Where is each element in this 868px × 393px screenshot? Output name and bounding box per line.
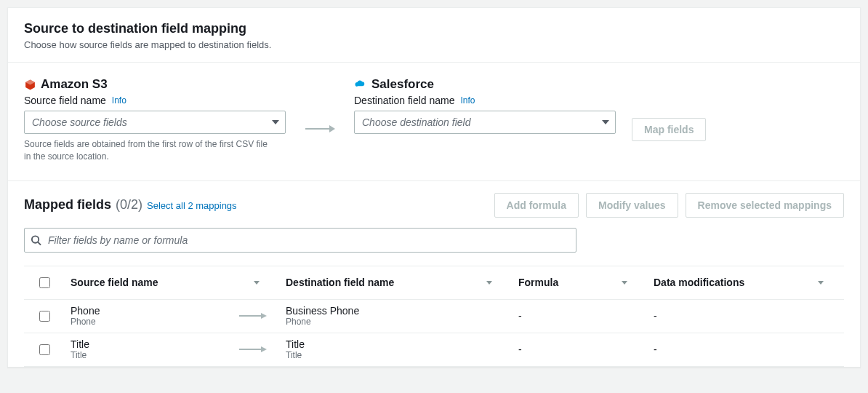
mappings-table: Source field name Destination field name… (24, 266, 844, 367)
svg-point-2 (32, 236, 39, 242)
source-block: Amazon S3 Source field name Info Choose … (24, 77, 286, 163)
svg-marker-7 (261, 346, 267, 352)
mapped-header: Mapped fields (0/2) Select all 2 mapping… (24, 193, 844, 218)
select-all-checkbox[interactable] (39, 277, 50, 288)
mapping-arrow (286, 77, 354, 134)
destination-block: Salesforce Destination field name Info C… (354, 77, 616, 134)
sort-icon[interactable] (486, 281, 492, 285)
mapped-fields-section: Mapped fields (0/2) Select all 2 mapping… (8, 181, 860, 367)
destination-service-title: Salesforce (354, 77, 616, 92)
row-mods: - (654, 310, 657, 322)
add-formula-button[interactable]: Add formula (494, 193, 579, 218)
header-destination: Destination field name (286, 277, 394, 288)
search-icon (31, 234, 41, 245)
filter-input[interactable] (24, 228, 576, 253)
arrow-right-icon (239, 346, 267, 353)
row-checkbox[interactable] (39, 311, 50, 322)
mapped-count: (0/2) (116, 197, 142, 213)
arrow-right-icon (305, 124, 335, 134)
filter-wrap (24, 228, 576, 253)
source-select-placeholder: Choose source fields (32, 116, 127, 128)
mapped-actions: Add formula Modify values Remove selecte… (494, 193, 844, 218)
table-header-row: Source field name Destination field name… (24, 266, 844, 300)
modify-values-button[interactable]: Modify values (586, 193, 678, 218)
s3-icon (24, 79, 36, 91)
chevron-down-icon (602, 120, 609, 124)
source-field-select[interactable]: Choose source fields (24, 111, 286, 134)
sort-icon[interactable] (254, 281, 260, 285)
destination-info-link[interactable]: Info (461, 95, 475, 106)
mapping-row: Amazon S3 Source field name Info Choose … (8, 63, 860, 181)
destination-select-placeholder: Choose destination field (362, 116, 470, 128)
row-formula: - (518, 344, 522, 355)
select-all-link[interactable]: Select all 2 mappings (147, 200, 237, 211)
row-mods: - (654, 344, 657, 355)
arrow-right-icon (239, 312, 267, 319)
panel-title: Source to destination field mapping (24, 21, 844, 36)
table-row: Title Title Title Title - - (24, 333, 844, 367)
source-service-title: Amazon S3 (24, 77, 286, 92)
row-dest-sub: Title (286, 350, 507, 360)
source-field-label: Source field name (24, 95, 106, 106)
source-info-link[interactable]: Info (112, 95, 126, 106)
svg-marker-1 (329, 125, 335, 132)
source-helper-text: Source fields are obtained from the firs… (24, 138, 271, 163)
header-mods: Data modifications (654, 277, 744, 288)
destination-field-label: Destination field name (354, 95, 455, 106)
panel-subtitle: Choose how source fields are mapped to d… (24, 39, 844, 50)
destination-field-select[interactable]: Choose destination field (354, 111, 616, 134)
map-fields-button[interactable]: Map fields (632, 118, 706, 141)
row-formula: - (518, 310, 522, 322)
table-row: Phone Phone Business Phone Phone - - (24, 300, 844, 333)
destination-service-name: Salesforce (371, 77, 434, 92)
map-button-block: Map fields (616, 77, 706, 141)
chevron-down-icon (272, 120, 279, 124)
svg-marker-5 (261, 313, 267, 319)
salesforce-icon (354, 79, 367, 90)
svg-line-3 (38, 242, 41, 245)
remove-mappings-button[interactable]: Remove selected mappings (686, 193, 844, 218)
sort-icon[interactable] (818, 281, 824, 285)
mapped-title: Mapped fields (24, 197, 111, 213)
row-dest-sub: Phone (286, 317, 507, 327)
header-formula: Formula (518, 277, 558, 288)
panel-header: Source to destination field mapping Choo… (8, 8, 860, 63)
sort-icon[interactable] (622, 281, 627, 285)
source-service-name: Amazon S3 (41, 77, 108, 92)
header-source: Source field name (71, 277, 158, 288)
row-dest-name: Title (286, 338, 507, 350)
row-checkbox[interactable] (39, 344, 50, 355)
row-dest-name: Business Phone (286, 305, 507, 317)
mapping-panel: Source to destination field mapping Choo… (7, 7, 861, 368)
